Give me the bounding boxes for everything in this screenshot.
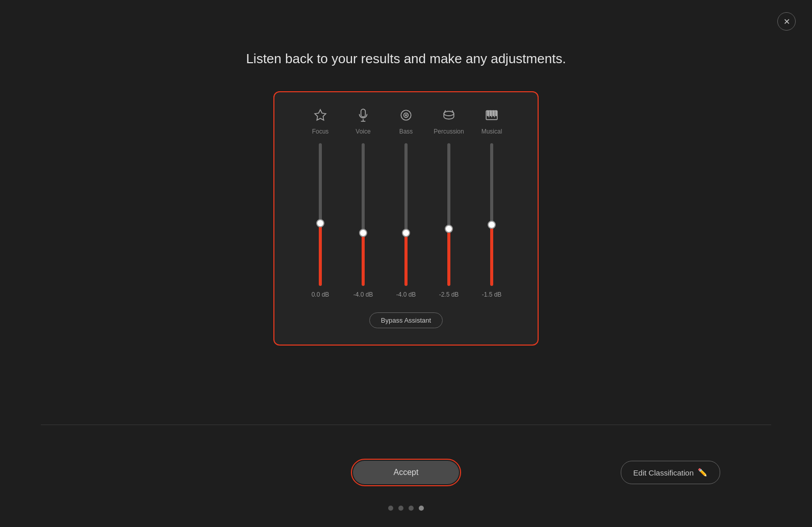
slider-track-musical[interactable] [487,143,497,286]
pagination-dots [388,506,424,511]
accept-button[interactable]: Accept [353,461,460,484]
svg-point-4 [404,113,409,118]
channel-label-percussion: Percussion [434,128,464,135]
dot-1 [388,506,393,511]
channel-label-musical: Musical [481,128,502,135]
slider-track-percussion[interactable] [444,143,454,286]
sliders-row: Focus 0.0 dB Voice -4.0 dB [299,109,513,298]
edit-icon: ✏️ [698,468,707,477]
slider-track-voice[interactable] [358,143,368,286]
svg-point-6 [444,111,454,116]
channel-db-focus: 0.0 dB [312,291,329,298]
close-button[interactable]: ✕ [777,12,796,31]
channel-db-voice: -4.0 dB [353,291,373,298]
channel-db-musical: -1.5 dB [482,291,502,298]
channel-bass: Bass -4.0 dB [386,109,426,298]
slider-track-focus[interactable] [315,143,325,286]
bottom-bar: Accept Edit Classification ✏️ [0,459,812,486]
close-icon: ✕ [783,17,790,27]
svg-marker-0 [315,110,326,120]
piano-icon [485,109,498,125]
dot-3 [409,506,414,511]
dot-2 [398,506,403,511]
page-title: Listen back to your results and make any… [246,51,566,67]
accept-button-wrapper: Accept [351,459,462,486]
channel-percussion: Percussion -2.5 dB [428,109,469,298]
channel-label-focus: Focus [312,128,329,135]
mixer-panel: Focus 0.0 dB Voice -4.0 dB [273,91,539,346]
bypass-assistant-button[interactable]: Bypass Assistant [369,312,443,328]
slider-track-bass[interactable] [401,143,411,286]
star-icon [314,109,327,125]
svg-rect-14 [490,111,491,116]
microphone-icon [357,109,370,125]
channel-focus: Focus 0.0 dB [300,109,341,298]
channel-db-bass: -4.0 dB [396,291,416,298]
svg-rect-13 [487,111,488,116]
svg-point-5 [405,115,407,116]
channel-db-percussion: -2.5 dB [439,291,459,298]
channel-label-voice: Voice [356,128,370,135]
drum-icon [442,109,455,125]
divider [41,425,771,425]
edit-classification-button[interactable]: Edit Classification ✏️ [621,461,720,484]
dot-4 [419,506,424,511]
svg-rect-16 [496,111,497,116]
svg-point-3 [401,110,411,120]
channel-musical: Musical -1.5 dB [471,109,512,298]
channel-label-bass: Bass [399,128,413,135]
main-content: Listen back to your results and make any… [0,0,812,346]
svg-rect-15 [493,111,494,116]
channel-voice: Voice -4.0 dB [343,109,384,298]
bass-icon [399,109,413,125]
